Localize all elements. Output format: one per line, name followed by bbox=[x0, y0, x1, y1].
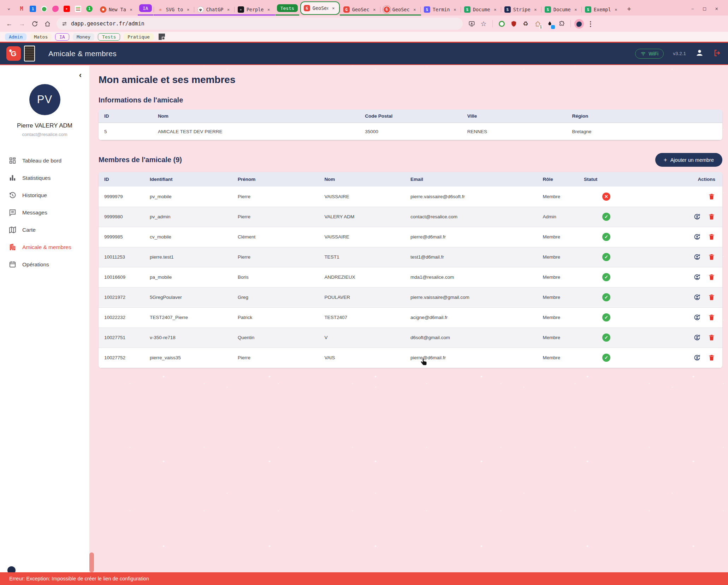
tab-group-tests[interactable]: Tests bbox=[277, 4, 298, 12]
status-icon bbox=[602, 293, 610, 301]
site-info-icon[interactable] bbox=[61, 21, 67, 27]
tab-geosector-2[interactable]: G GeoSec bbox=[341, 4, 380, 16]
tab-close-icon[interactable] bbox=[492, 7, 498, 12]
extension-ink-icon[interactable] bbox=[544, 18, 555, 29]
bookmark-star-icon[interactable] bbox=[478, 18, 489, 29]
delete-icon[interactable] bbox=[708, 193, 715, 200]
bookmark-matos[interactable]: Matos bbox=[30, 33, 52, 41]
bookmark-admin[interactable]: Admin bbox=[5, 33, 26, 41]
sidebar-item-dashboard[interactable]: Tableau de bord bbox=[0, 152, 89, 169]
pink-splat-pinned-tab-icon[interactable] bbox=[52, 6, 59, 12]
tab-favicon bbox=[100, 6, 106, 13]
bookmark-tests[interactable]: Tests bbox=[98, 33, 120, 41]
user-email: contact@resalice.com bbox=[22, 132, 67, 137]
tab-docs-1[interactable]: S Docume bbox=[461, 4, 501, 16]
tab-stripe-terminal[interactable]: S Termin bbox=[421, 4, 461, 16]
page-title: Mon amicale et ses membres bbox=[99, 74, 722, 85]
sidebar-collapse-icon[interactable] bbox=[79, 71, 82, 80]
reload-icon[interactable] bbox=[29, 18, 40, 29]
tab-geosector-active[interactable]: G GeoSec bbox=[300, 1, 340, 15]
tab-close-icon[interactable] bbox=[412, 7, 418, 12]
member-nom: VALERY ADM bbox=[319, 207, 405, 227]
browser-profile-avatar[interactable] bbox=[574, 19, 584, 29]
browser-menu-icon[interactable] bbox=[585, 18, 596, 29]
tab-geosector-3[interactable]: G GeoSec bbox=[381, 4, 420, 16]
delete-icon[interactable] bbox=[708, 314, 715, 321]
tab-docs-2[interactable]: S Docume bbox=[542, 4, 581, 16]
green-cup-pinned-tab-icon[interactable] bbox=[41, 6, 47, 12]
login-as-icon[interactable] bbox=[693, 273, 701, 281]
sidebar-item-history[interactable]: Historique bbox=[0, 187, 89, 204]
back-icon[interactable]: ← bbox=[4, 18, 15, 29]
login-as-icon[interactable] bbox=[693, 354, 701, 361]
green-badge-pinned-tab-icon[interactable]: 1 bbox=[86, 6, 93, 12]
apps-grid-icon[interactable] bbox=[159, 34, 165, 40]
bookmark-ia[interactable]: IA bbox=[55, 33, 69, 41]
login-as-icon[interactable] bbox=[693, 233, 701, 241]
member-prenom: Patrick bbox=[232, 307, 319, 327]
delete-icon[interactable] bbox=[708, 273, 715, 281]
delete-icon[interactable] bbox=[708, 213, 715, 220]
install-app-icon[interactable] bbox=[466, 18, 477, 29]
tab-svg[interactable]: SVG to bbox=[154, 4, 194, 16]
login-as-icon[interactable] bbox=[693, 314, 701, 321]
delete-icon[interactable] bbox=[708, 354, 715, 361]
bookmark-pratique[interactable]: Pratique bbox=[124, 33, 154, 41]
extension-home-icon[interactable]: 1 bbox=[532, 18, 543, 29]
delete-icon[interactable] bbox=[708, 294, 715, 301]
sidebar-item-operations[interactable]: Opérations bbox=[0, 256, 89, 273]
add-member-button[interactable]: + Ajouter un membre bbox=[655, 153, 722, 167]
notes-pinned-tab-icon[interactable] bbox=[75, 6, 81, 12]
delete-icon[interactable] bbox=[708, 253, 715, 261]
tab-close-icon[interactable] bbox=[372, 7, 377, 12]
tab-chatgpt[interactable]: ChatGP bbox=[195, 4, 234, 16]
tab-perplexity[interactable]: Perple bbox=[235, 4, 274, 16]
tab-close-icon[interactable] bbox=[128, 7, 134, 12]
extension-recycle-icon[interactable] bbox=[520, 18, 531, 29]
tab-example[interactable]: S Exempl bbox=[582, 4, 622, 16]
new-tab-button[interactable] bbox=[624, 4, 634, 13]
tab-close-icon[interactable] bbox=[266, 7, 272, 12]
delete-icon[interactable] bbox=[708, 334, 715, 341]
login-as-icon[interactable] bbox=[693, 334, 701, 341]
forward-icon[interactable]: → bbox=[16, 18, 28, 29]
home-icon[interactable] bbox=[42, 18, 53, 29]
tab-stripe[interactable]: S Stripe bbox=[502, 4, 541, 16]
tab-close-icon[interactable] bbox=[331, 5, 336, 11]
logout-icon[interactable] bbox=[713, 49, 722, 59]
member-identifiant: pv_admin bbox=[144, 207, 232, 227]
extension-shield-icon[interactable] bbox=[508, 18, 519, 29]
extension-green-icon[interactable] bbox=[496, 18, 507, 29]
tab-close-icon[interactable] bbox=[185, 7, 191, 12]
calendar-pinned-tab-icon[interactable]: 1 bbox=[30, 6, 36, 12]
sidebar-item-statistics[interactable]: Statistiques bbox=[0, 169, 89, 187]
tab-search-chevron-icon[interactable] bbox=[4, 2, 14, 13]
tab-group-ia[interactable]: IA bbox=[139, 4, 152, 12]
tab-close-icon[interactable] bbox=[226, 7, 231, 12]
close-window-icon[interactable] bbox=[715, 6, 718, 11]
sidebar-item-amicale-membres[interactable]: Amicale & membres bbox=[0, 238, 89, 256]
maximize-icon[interactable] bbox=[703, 6, 706, 11]
member-id: 10022232 bbox=[99, 307, 144, 327]
bookmark-money[interactable]: Money bbox=[73, 33, 94, 41]
gmail-pinned-tab-icon[interactable]: M bbox=[18, 6, 25, 12]
address-bar[interactable]: dapp.geosector.fr/admin bbox=[57, 18, 463, 30]
scrollbar-thumb[interactable] bbox=[89, 552, 94, 572]
youtube-pinned-tab-icon[interactable] bbox=[64, 6, 70, 12]
tab-new[interactable]: New Ta bbox=[97, 4, 137, 16]
delete-icon[interactable] bbox=[708, 233, 715, 241]
minimize-icon[interactable] bbox=[692, 6, 694, 11]
sidebar-item-messages[interactable]: Messages bbox=[0, 204, 89, 221]
tab-close-icon[interactable] bbox=[613, 7, 619, 12]
extensions-puzzle-icon[interactable] bbox=[556, 18, 567, 29]
member-row: 9999979 pv_mobile Pierre VAISSAIRE pierr… bbox=[99, 187, 722, 207]
tab-close-icon[interactable] bbox=[533, 7, 538, 12]
login-as-icon[interactable] bbox=[693, 213, 701, 220]
geosector-favicon: G bbox=[304, 5, 310, 11]
login-as-icon[interactable] bbox=[693, 253, 701, 261]
sidebar-item-map[interactable]: Carte bbox=[0, 221, 89, 238]
profile-icon[interactable] bbox=[695, 48, 704, 59]
tab-close-icon[interactable] bbox=[573, 7, 579, 12]
tab-close-icon[interactable] bbox=[452, 7, 458, 12]
login-as-icon[interactable] bbox=[693, 294, 701, 301]
